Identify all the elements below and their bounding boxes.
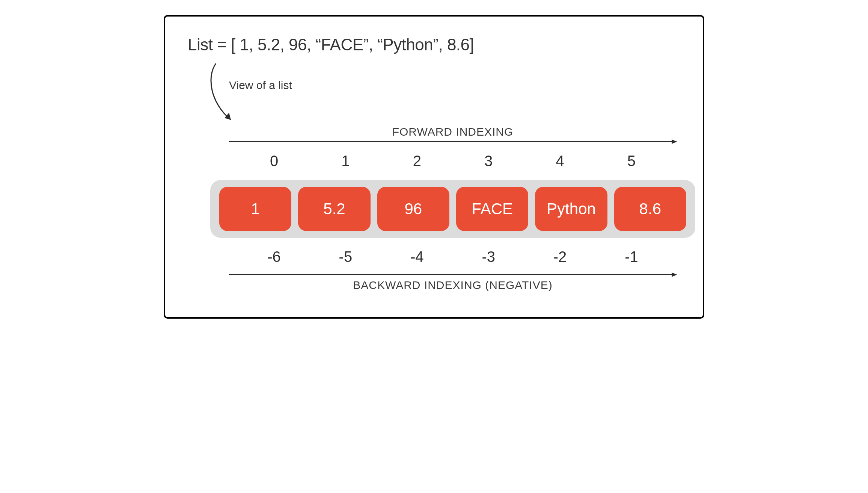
view-arrow-block: View of a list bbox=[199, 62, 680, 126]
diagram-frame: List = [ 1, 5.2, 96, “FACE”, “Python”, 8… bbox=[164, 15, 704, 319]
forward-index: 3 bbox=[455, 153, 522, 169]
backward-index: -2 bbox=[526, 248, 594, 265]
list-item: FACE bbox=[456, 187, 528, 231]
forward-index: 2 bbox=[383, 153, 451, 169]
backward-index: -4 bbox=[383, 248, 451, 265]
forward-index: 1 bbox=[312, 153, 379, 169]
diagram-body: FORWARD INDEXING 0 1 2 3 4 5 1 5.2 96 FA… bbox=[229, 126, 677, 295]
list-declaration: List = [ 1, 5.2, 96, “FACE”, “Python”, 8… bbox=[188, 35, 680, 54]
forward-arrow-line bbox=[229, 141, 677, 142]
forward-index: 4 bbox=[526, 153, 594, 169]
backward-index: -5 bbox=[312, 248, 379, 265]
backward-index: -1 bbox=[598, 248, 665, 265]
forward-index: 5 bbox=[598, 153, 665, 169]
forward-index-row: 0 1 2 3 4 5 bbox=[229, 153, 677, 169]
forward-index: 0 bbox=[240, 153, 308, 169]
list-item: Python bbox=[535, 187, 607, 231]
backward-index: -3 bbox=[455, 248, 522, 265]
svg-marker-0 bbox=[225, 113, 231, 120]
backward-index-row: -6 -5 -4 -3 -2 -1 bbox=[229, 248, 677, 265]
view-of-list-label: View of a list bbox=[229, 79, 292, 92]
forward-indexing-label: FORWARD INDEXING bbox=[229, 126, 677, 138]
backward-indexing-label: BACKWARD INDEXING (NEGATIVE) bbox=[229, 279, 677, 292]
backward-index: -6 bbox=[240, 248, 308, 265]
list-container: 1 5.2 96 FACE Python 8.6 bbox=[210, 180, 695, 238]
list-item: 1 bbox=[219, 187, 291, 231]
list-item: 5.2 bbox=[298, 187, 370, 231]
list-item: 8.6 bbox=[614, 187, 686, 231]
list-item: 96 bbox=[377, 187, 449, 231]
curved-arrow-icon bbox=[199, 62, 244, 129]
backward-arrow-line bbox=[229, 274, 677, 275]
